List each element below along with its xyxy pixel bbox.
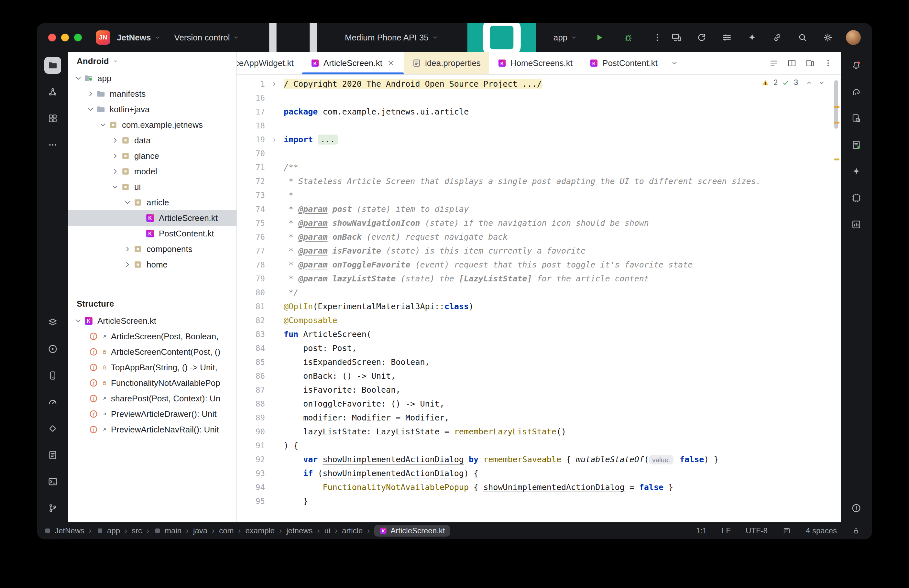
editor-tab-postcontent-kt[interactable]: KPostContent.kt	[581, 52, 666, 74]
editor-tab-lanceappwidget-kt[interactable]: lanceAppWidget.kt	[237, 52, 302, 74]
minimize-window-button[interactable]	[61, 34, 69, 41]
project-tree-item-home[interactable]: home	[68, 257, 236, 272]
structure-item-articlescreencontent-post[interactable]: fArticleScreenContent(Post, ()	[68, 344, 236, 360]
structure-item-topappbar-string-unit[interactable]: fTopAppBar(String, () -> Unit,	[68, 360, 236, 375]
breadcrumb-main[interactable]: main	[153, 526, 181, 535]
breadcrumb-com[interactable]: com	[219, 526, 234, 535]
warning-count[interactable]: 2	[773, 78, 778, 87]
close-icon[interactable]	[386, 58, 395, 68]
tree-toggle-icon[interactable]	[97, 121, 108, 129]
profiler-button[interactable]	[44, 394, 61, 410]
breadcrumb-jetnews[interactable]: JetNews	[44, 526, 84, 535]
code-line-81[interactable]: 81@OptIn(ExperimentalMaterial3Api::class…	[237, 299, 841, 313]
code-line-73[interactable]: 73 *	[237, 188, 841, 202]
tree-toggle-icon[interactable]	[122, 260, 133, 269]
breadcrumb-articlescreen-kt[interactable]: KArticleScreen.kt	[374, 525, 450, 536]
code-line-19[interactable]: 19import ...	[237, 132, 841, 147]
tree-toggle-icon[interactable]	[73, 317, 84, 325]
project-tree-item-manifests[interactable]: manifests	[68, 86, 236, 102]
structure-item-articlescreen-post-boolean[interactable]: fArticleScreen(Post, Boolean,	[68, 329, 236, 344]
file-encoding[interactable]: UTF-8	[746, 526, 768, 535]
code-line-72[interactable]: 72 * Stateless Article Screen that displ…	[237, 174, 841, 188]
structure-item-functionalitynotavailablepop[interactable]: fFunctionalityNotAvailablePop	[68, 375, 236, 391]
chevron-up-icon[interactable]	[806, 79, 813, 86]
zoom-window-button[interactable]	[74, 34, 82, 41]
problems-button[interactable]	[848, 500, 865, 517]
debug-button[interactable]	[621, 31, 635, 45]
logcat-button[interactable]	[44, 447, 61, 464]
terminal-button[interactable]	[44, 473, 61, 490]
sync-project-button[interactable]	[694, 31, 709, 45]
project-tree-item-article[interactable]: article	[68, 195, 236, 210]
code-line-16[interactable]: 16	[237, 91, 841, 105]
settings-sliders-button[interactable]	[720, 31, 734, 45]
tree-toggle-icon[interactable]	[110, 167, 121, 176]
project-button[interactable]	[44, 57, 61, 74]
code-line-95[interactable]: 95 }	[237, 494, 841, 508]
code-line-18[interactable]: 18	[237, 119, 841, 132]
breadcrumb-java[interactable]: java	[193, 526, 207, 535]
project-tree-item-postcontent-kt[interactable]: KPostContent.kt	[68, 226, 236, 241]
layout-inspector-button[interactable]	[848, 189, 865, 206]
app-inspection-button[interactable]	[44, 420, 61, 437]
structure-item-sharepost-post-context-un[interactable]: fsharePost(Post, Context): Un	[68, 391, 236, 406]
project-tree-item-components[interactable]: components	[68, 241, 236, 257]
ai-assistant-button[interactable]	[745, 31, 759, 45]
structure-item-articlescreen-kt[interactable]: KArticleScreen.kt	[68, 313, 236, 329]
code-line-90[interactable]: 90 lazyListState: LazyListState = rememb…	[237, 425, 841, 439]
project-tree-item-app[interactable]: app	[68, 71, 236, 86]
version-control-button[interactable]	[44, 500, 61, 517]
code-line-75[interactable]: 75 * @param showNavigationIcon (state) i…	[237, 216, 841, 230]
tree-toggle-icon[interactable]	[122, 198, 133, 207]
device-file-explorer-button[interactable]	[848, 136, 865, 153]
structure-item-previewarticledrawer-unit[interactable]: fPreviewArticleDrawer(): Unit	[68, 406, 236, 422]
code-line-91[interactable]: 91) {	[237, 439, 841, 452]
editor-tab-articlescreen-kt[interactable]: KArticleScreen.kt	[302, 52, 404, 74]
editor-tab-homescreens-kt[interactable]: KHomeScreens.kt	[489, 52, 581, 74]
code-line-87[interactable]: 87 isFavorite: Boolean,	[237, 383, 841, 397]
device-mirroring-button[interactable]	[669, 31, 683, 45]
tree-toggle-icon[interactable]	[122, 245, 133, 253]
code-line-92[interactable]: 92 var showUnimplementedActionDialog by …	[237, 452, 841, 466]
code-line-80[interactable]: 80 */	[237, 286, 841, 299]
services-button[interactable]	[44, 341, 61, 357]
running-devices-button[interactable]	[44, 110, 61, 127]
device-preview-button[interactable]	[805, 58, 815, 68]
split-editor-button[interactable]	[787, 58, 797, 68]
structure-item-previewarticlenavrail-unit[interactable]: fPreviewArticleNavRail(): Unit	[68, 422, 236, 437]
more-tool-windows-button[interactable]	[44, 136, 61, 153]
breadcrumb-app[interactable]: app	[96, 526, 120, 535]
more-actions-button[interactable]	[650, 31, 664, 45]
project-tree-item-ui[interactable]: ui	[68, 179, 236, 195]
code-line-84[interactable]: 84 post: Post,	[237, 341, 841, 355]
code-line-94[interactable]: 94 FunctionalityNotAvailablePopup { show…	[237, 480, 841, 494]
more-options-button[interactable]	[823, 58, 833, 68]
project-tree-item-kotlin-java[interactable]: kotlin+java	[68, 102, 236, 117]
passed-count[interactable]: 3	[794, 78, 798, 87]
code-line-89[interactable]: 89 modifier: Modifier = Modifier,	[237, 411, 841, 425]
indent-style[interactable]: 4 spaces	[806, 526, 837, 535]
code-line-77[interactable]: 77 * @param isFavorite (state) is this i…	[237, 244, 841, 258]
build-variants-button[interactable]	[44, 314, 61, 331]
code-line-86[interactable]: 86 onBack: () -> Unit,	[237, 369, 841, 383]
code-line-82[interactable]: 82@Composable	[237, 313, 841, 327]
run-button[interactable]	[592, 31, 606, 45]
tab-list-button[interactable]	[769, 58, 779, 68]
breadcrumb-article[interactable]: article	[342, 526, 363, 535]
editor-tab-idea-properties[interactable]: idea.properties	[404, 52, 489, 74]
tree-toggle-icon[interactable]	[85, 105, 96, 113]
code-line-83[interactable]: 83fun ArticleScreen(	[237, 327, 841, 341]
fold-toggle-icon[interactable]	[265, 136, 284, 143]
share-link-button[interactable]	[770, 31, 785, 45]
inspection-widget[interactable]: 23	[761, 78, 825, 87]
project-tree-item-glance[interactable]: glance	[68, 148, 236, 164]
tree-toggle-icon[interactable]	[73, 74, 84, 82]
caret-position[interactable]: 1:1	[696, 526, 707, 535]
readonly-toggle[interactable]	[852, 527, 860, 535]
breadcrumb-example[interactable]: example	[245, 526, 274, 535]
code-line-88[interactable]: 88 onToggleFavorite: () -> Unit,	[237, 397, 841, 411]
chevron-down-icon[interactable]	[818, 79, 825, 86]
tree-toggle-icon[interactable]	[85, 90, 96, 98]
code-line-79[interactable]: 79 * @param lazyListState (state) the [L…	[237, 272, 841, 286]
fold-toggle-icon[interactable]	[265, 81, 284, 87]
